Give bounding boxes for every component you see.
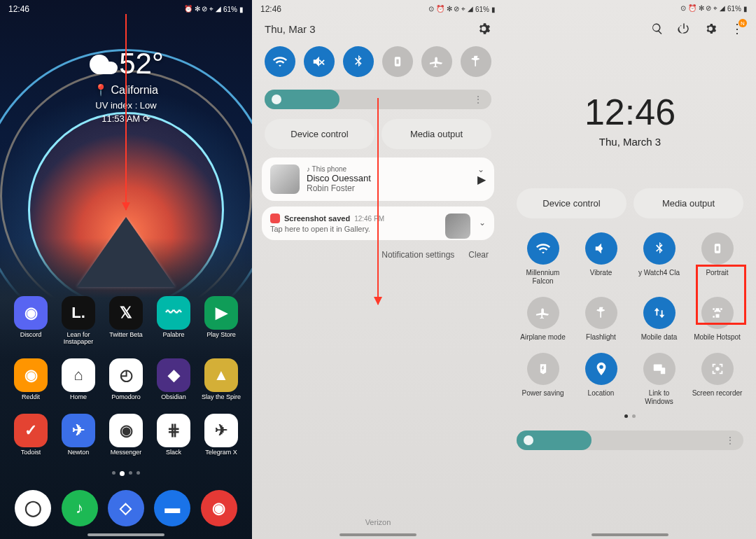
app-todoist[interactable]: ✓Todoist xyxy=(10,414,52,456)
album-art xyxy=(270,164,300,194)
media-source: ♪ This phone xyxy=(307,165,470,173)
qs-mute[interactable] xyxy=(304,46,335,77)
sun-icon xyxy=(272,94,281,104)
status-icons: ⊙ ⏰ ✻ ⊘ ⌖ ◢ 61% ▮ xyxy=(428,5,496,13)
tile-location[interactable]: Location xyxy=(575,353,627,406)
app-messenger[interactable]: ◉Messenger xyxy=(105,414,147,456)
app-slack[interactable]: ⋕Slack xyxy=(153,414,195,456)
overflow-icon[interactable]: ⋮N xyxy=(731,21,743,36)
notif-badge: N xyxy=(738,19,747,27)
device-control-button[interactable]: Device control xyxy=(265,119,374,149)
home-screen: 12:46 ⏰ ✻ ⊘ ⌖ ◢ 61% ▮ 52° 📍 California U… xyxy=(0,0,252,539)
nav-handle[interactable] xyxy=(88,533,164,536)
date: Thu, Mar 3 xyxy=(265,23,316,35)
tutorial-highlight xyxy=(696,265,746,325)
dock: ◯♪◇▬◉ xyxy=(0,490,252,526)
status-icons: ⊙ ⏰ ✻ ⊘ ⌖ ◢ 61% ▮ xyxy=(680,4,748,13)
app-slay-the-spire[interactable]: ▲Slay the Spire xyxy=(200,358,242,401)
status-bar: 12:46 ⏰ ✻ ⊘ ⌖ ◢ 61% ▮ xyxy=(0,0,252,15)
tile-flashlight[interactable]: Flashlight xyxy=(575,297,627,342)
app-twitter-beta[interactable]: 𝕏Twitter Beta xyxy=(105,296,147,346)
page-indicator xyxy=(0,471,252,476)
app-grid: ◉DiscordL.Lean forInstapaper𝕏Twitter Bet… xyxy=(0,296,252,469)
app-reddit[interactable]: ◉Reddit xyxy=(10,358,52,401)
page-indicator xyxy=(504,414,756,418)
swipe-down-arrow xyxy=(377,98,379,304)
status-bar: 12:46 ⊙ ⏰ ✻ ⊘ ⌖ ◢ 61% ▮ xyxy=(252,0,504,15)
qs-plane[interactable] xyxy=(421,46,452,77)
app-telegram-x[interactable]: ✈Telegram X xyxy=(200,414,242,456)
app-lean-for-instapaper[interactable]: L.Lean forInstapaper xyxy=(57,296,99,346)
notification-shade: 12:46 ⊙ ⏰ ✻ ⊘ ⌖ ◢ 61% ▮ Thu, Mar 3 ⋮ Dev… xyxy=(252,0,504,539)
app-pomodoro[interactable]: ◴Pomodoro xyxy=(105,358,147,401)
clock-time: 12:46 xyxy=(504,91,756,133)
dock-gallery[interactable]: ◇ xyxy=(105,490,147,526)
clock-date: Thu, March 3 xyxy=(504,136,756,148)
track-artist: Robin Foster xyxy=(307,183,470,193)
device-control-button[interactable]: Device control xyxy=(517,188,626,218)
media-output-button[interactable]: Media output xyxy=(634,188,743,218)
tile-screen-recorder[interactable]: Screen recorder xyxy=(691,353,743,406)
qs-wifi[interactable] xyxy=(265,46,295,77)
track-title: Disco Ouessant xyxy=(307,173,470,183)
status-time: 12:46 xyxy=(8,4,29,14)
app-palabre[interactable]: 〰Palabre xyxy=(153,296,195,346)
settings-icon[interactable] xyxy=(476,21,491,36)
notif-time: 12:46 PM xyxy=(354,215,384,223)
app-play-store[interactable]: ▶Play Store xyxy=(200,296,242,346)
tile-link-to-windows[interactable]: Link to Windows xyxy=(633,353,685,406)
dock-camera[interactable]: ◉ xyxy=(198,490,240,526)
clock-widget: 12:46 Thu, March 3 xyxy=(504,91,756,148)
cloud-icon xyxy=(88,53,119,74)
svg-rect-3 xyxy=(660,368,664,374)
brightness-slider[interactable]: ⋮ xyxy=(517,430,743,450)
brightness-menu-icon[interactable]: ⋮ xyxy=(473,94,483,105)
dock-chrome[interactable]: ◯ xyxy=(12,490,54,526)
brightness-menu-icon[interactable]: ⋮ xyxy=(725,435,735,446)
tile-power-saving[interactable]: Power saving xyxy=(517,353,569,406)
power-icon[interactable] xyxy=(678,22,690,35)
nav-handle[interactable] xyxy=(592,533,668,536)
tile-vibrate[interactable]: Vibrate xyxy=(575,232,627,286)
notif-title: Screenshot saved xyxy=(284,214,350,223)
capture-icon xyxy=(270,214,280,223)
svg-point-4 xyxy=(715,367,720,371)
qs-bt[interactable] xyxy=(343,46,374,77)
app-newton[interactable]: ✈Newton xyxy=(57,414,99,456)
tile-mobile-data[interactable]: Mobile data xyxy=(633,297,685,342)
qs-rotate[interactable] xyxy=(382,46,413,77)
sun-icon xyxy=(524,435,533,445)
tile-millennium-falcon[interactable]: Millennium Falcon xyxy=(517,232,569,286)
quick-settings-row xyxy=(252,41,504,83)
media-output-button[interactable]: Media output xyxy=(382,119,491,149)
carrier-label: Verizon xyxy=(252,518,504,526)
quick-settings-expanded: ⊙ ⏰ ✻ ⊘ ⌖ ◢ 61% ▮ ⋮N 12:46 Thu, March 3 … xyxy=(504,0,756,539)
tile-y-watch4-cla[interactable]: y Watch4 Cla xyxy=(633,232,685,286)
dock-spotify[interactable]: ♪ xyxy=(59,490,101,526)
nav-handle[interactable] xyxy=(340,533,416,536)
app-discord[interactable]: ◉Discord xyxy=(10,296,52,346)
screenshot-thumbnail[interactable] xyxy=(445,214,470,239)
tile-airplane-mode[interactable]: Airplane mode xyxy=(517,297,569,342)
app-obsidian[interactable]: ◆Obsidian xyxy=(153,358,195,401)
settings-icon[interactable] xyxy=(704,22,717,35)
app-home[interactable]: ⌂Home xyxy=(57,358,99,401)
status-icons: ⏰ ✻ ⊘ ⌖ ◢ 61% ▮ xyxy=(184,5,244,13)
status-bar: ⊙ ⏰ ✻ ⊘ ⌖ ◢ 61% ▮ xyxy=(504,0,756,14)
swipe-down-arrow xyxy=(125,14,127,210)
dock-messages[interactable]: ▬ xyxy=(151,490,193,526)
chevron-down-icon[interactable]: ⌄ xyxy=(477,164,484,174)
clear-link[interactable]: Clear xyxy=(468,250,489,260)
notification-settings-link[interactable]: Notification settings xyxy=(382,250,454,260)
chevron-down-icon[interactable]: ⌄ xyxy=(479,218,486,227)
qs-flash[interactable] xyxy=(461,46,491,77)
search-icon[interactable] xyxy=(651,22,664,35)
play-icon[interactable]: ▶ xyxy=(477,173,486,186)
